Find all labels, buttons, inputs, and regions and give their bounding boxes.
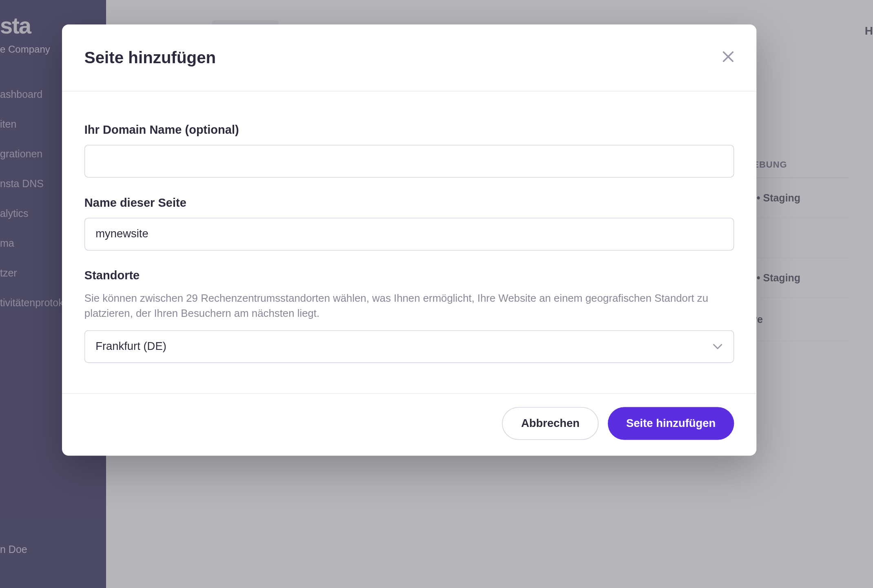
domain-label: Ihr Domain Name (optional)	[84, 123, 734, 137]
cancel-button[interactable]: Abbrechen	[502, 407, 599, 440]
site-name-input[interactable]	[84, 218, 734, 251]
site-name-label: Name dieser Seite	[84, 196, 734, 210]
location-label: Standorte	[84, 269, 734, 283]
modal-title: Seite hinzufügen	[84, 48, 216, 67]
add-site-modal: Seite hinzufügen Ihr Domain Name (option…	[62, 24, 756, 456]
location-help: Sie können zwischen 29 Rechenzentrumssta…	[84, 291, 734, 321]
close-icon[interactable]	[722, 51, 734, 65]
domain-input[interactable]	[84, 145, 734, 178]
location-select[interactable]: Frankfurt (DE)	[84, 330, 734, 363]
add-site-button[interactable]: Seite hinzufügen	[608, 407, 734, 440]
